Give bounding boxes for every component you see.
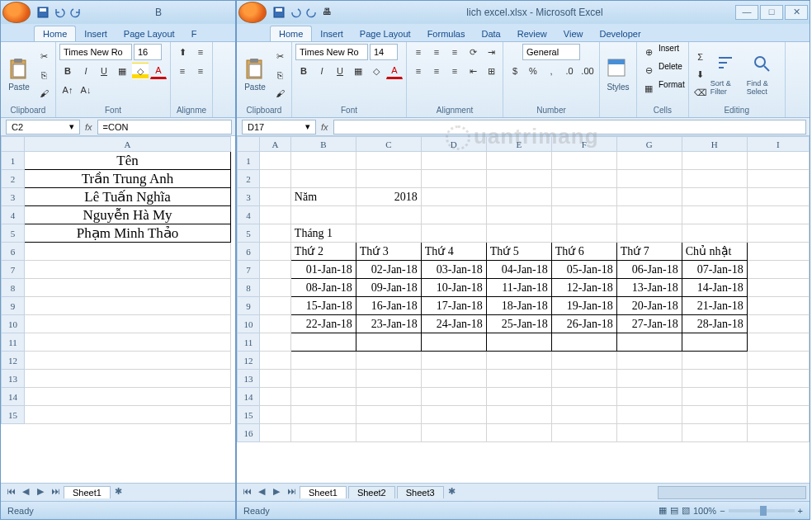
close-button[interactable]: ✕: [785, 5, 808, 20]
cell-F14[interactable]: [551, 388, 616, 406]
format-painter-icon[interactable]: 🖌: [35, 85, 52, 101]
cell-G2[interactable]: [616, 170, 682, 188]
cell-H3[interactable]: [682, 188, 747, 206]
row-header[interactable]: 9: [238, 297, 260, 315]
cell-I12[interactable]: [747, 352, 809, 370]
cell[interactable]: [25, 406, 231, 424]
align-left-icon[interactable]: ≡: [410, 63, 427, 79]
view-break-icon[interactable]: ▧: [682, 505, 690, 516]
cell-D5[interactable]: [421, 224, 486, 243]
cell-F15[interactable]: [551, 406, 616, 424]
cell-F13[interactable]: [551, 370, 616, 388]
cell-B9[interactable]: 15-Jan-18: [290, 297, 356, 315]
cell-F6[interactable]: Thứ 6: [551, 243, 616, 261]
wrap-text-icon[interactable]: ⇥: [483, 44, 499, 60]
cell-H15[interactable]: [682, 406, 747, 424]
sheet-tab[interactable]: Sheet1: [64, 486, 111, 498]
cell-E10[interactable]: 25-Jan-18: [486, 315, 551, 333]
bold-button[interactable]: B: [295, 63, 312, 79]
sheet-grid[interactable]: ABCDEFGHI123Năm201845Tháng 16Thứ 2Thứ 3T…: [237, 136, 810, 483]
chevron-down-icon[interactable]: ▾: [305, 121, 310, 132]
cell-B14[interactable]: [290, 388, 356, 406]
align-right-icon[interactable]: ≡: [446, 63, 463, 79]
cell-B16[interactable]: [290, 424, 356, 442]
cell-I1[interactable]: [747, 152, 809, 170]
insert-button[interactable]: ⊕Insert: [640, 44, 679, 60]
font-name-select[interactable]: [295, 44, 368, 60]
tab-review[interactable]: Review: [509, 26, 555, 41]
cell-A8[interactable]: [259, 279, 290, 297]
format-button[interactable]: ▦Format: [640, 80, 685, 97]
cell-D14[interactable]: [421, 388, 486, 406]
fx-icon[interactable]: fx: [85, 122, 92, 132]
comma-icon[interactable]: ,: [543, 63, 559, 79]
cell[interactable]: [25, 388, 231, 406]
cell-I15[interactable]: [747, 406, 809, 424]
cell-A6[interactable]: [259, 243, 290, 261]
cell-D7[interactable]: 03-Jan-18: [421, 261, 486, 279]
cell-H4[interactable]: [682, 206, 747, 224]
cell-C5[interactable]: [356, 224, 421, 243]
sort-filter-button[interactable]: Sort & Filter: [710, 48, 745, 102]
cell-H13[interactable]: [682, 370, 747, 388]
sheet-nav-next-icon[interactable]: ▶: [34, 486, 47, 499]
cell-D16[interactable]: [421, 424, 486, 442]
sheet-nav-prev-icon[interactable]: ◀: [255, 486, 268, 499]
row-header[interactable]: 6: [238, 243, 260, 261]
cell-A12[interactable]: [259, 352, 290, 370]
cell-E7[interactable]: 04-Jan-18: [486, 261, 551, 279]
decrease-indent-icon[interactable]: ⇤: [465, 63, 481, 79]
cell-F16[interactable]: [551, 424, 616, 442]
redo-icon[interactable]: [70, 7, 82, 18]
col-header-I[interactable]: I: [747, 137, 809, 152]
tab-developer[interactable]: Developer: [591, 26, 649, 41]
cell-F9[interactable]: 19-Jan-18: [551, 297, 616, 315]
font-size-select[interactable]: [134, 44, 162, 60]
cell-B4[interactable]: [290, 206, 356, 224]
cell-C2[interactable]: [356, 170, 421, 188]
maximize-button[interactable]: □: [760, 5, 783, 20]
cell-H5[interactable]: [682, 224, 747, 243]
formula-bar[interactable]: =CON: [97, 120, 232, 135]
row-header[interactable]: 10: [2, 315, 25, 333]
cell-H1[interactable]: [682, 152, 747, 170]
cell-A5[interactable]: Phạm Minh Thảo: [25, 224, 231, 243]
cell-B6[interactable]: Thứ 2: [290, 243, 356, 261]
cell-C13[interactable]: [356, 370, 421, 388]
cell-D1[interactable]: [421, 152, 486, 170]
cell-E5[interactable]: [486, 224, 551, 243]
cell-G8[interactable]: 13-Jan-18: [616, 279, 682, 297]
row-header[interactable]: 4: [2, 206, 25, 224]
row-header[interactable]: 6: [2, 243, 25, 261]
font-size-select[interactable]: [370, 44, 398, 60]
cell-F1[interactable]: [551, 152, 616, 170]
cell[interactable]: [25, 333, 231, 352]
cell-C15[interactable]: [356, 406, 421, 424]
percent-icon[interactable]: %: [525, 63, 541, 79]
cell-H8[interactable]: 14-Jan-18: [682, 279, 747, 297]
undo-icon[interactable]: [54, 7, 65, 18]
shrink-font-icon[interactable]: A↓: [78, 82, 94, 98]
italic-button[interactable]: I: [314, 63, 330, 79]
font-color-button[interactable]: A: [386, 63, 403, 79]
format-painter-icon[interactable]: 🖌: [271, 85, 288, 101]
cell-A4[interactable]: Nguyễn Hà My: [25, 206, 231, 224]
row-header[interactable]: 13: [2, 370, 25, 388]
cell-G5[interactable]: [616, 224, 682, 243]
cell-D9[interactable]: 17-Jan-18: [421, 297, 486, 315]
cell-I4[interactable]: [747, 206, 809, 224]
cell-A11[interactable]: [259, 333, 290, 352]
row-header[interactable]: 8: [2, 279, 25, 297]
cell[interactable]: [25, 370, 231, 388]
align-top-icon[interactable]: ⬆: [174, 44, 191, 60]
cell-I3[interactable]: [747, 188, 809, 206]
tab-formulas[interactable]: Formulas: [419, 26, 474, 41]
cell[interactable]: [25, 315, 231, 333]
cell-E15[interactable]: [486, 406, 551, 424]
cell-G11[interactable]: [616, 333, 682, 352]
row-header[interactable]: 1: [2, 152, 25, 170]
cell-F12[interactable]: [551, 352, 616, 370]
row-header[interactable]: 7: [2, 261, 25, 279]
cell-H7[interactable]: 07-Jan-18: [682, 261, 747, 279]
row-header[interactable]: 12: [2, 352, 25, 370]
